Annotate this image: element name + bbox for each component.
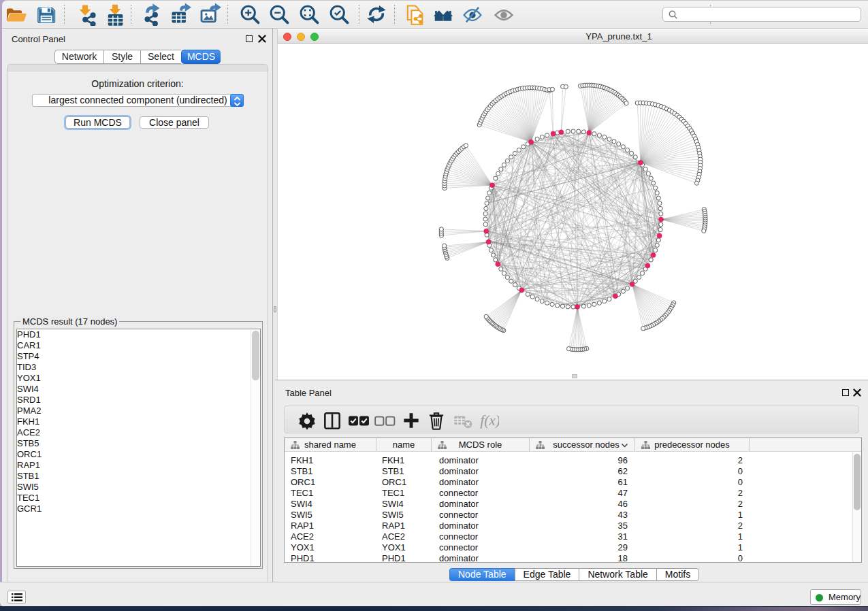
svg-text:f(x): f(x): [480, 412, 499, 429]
